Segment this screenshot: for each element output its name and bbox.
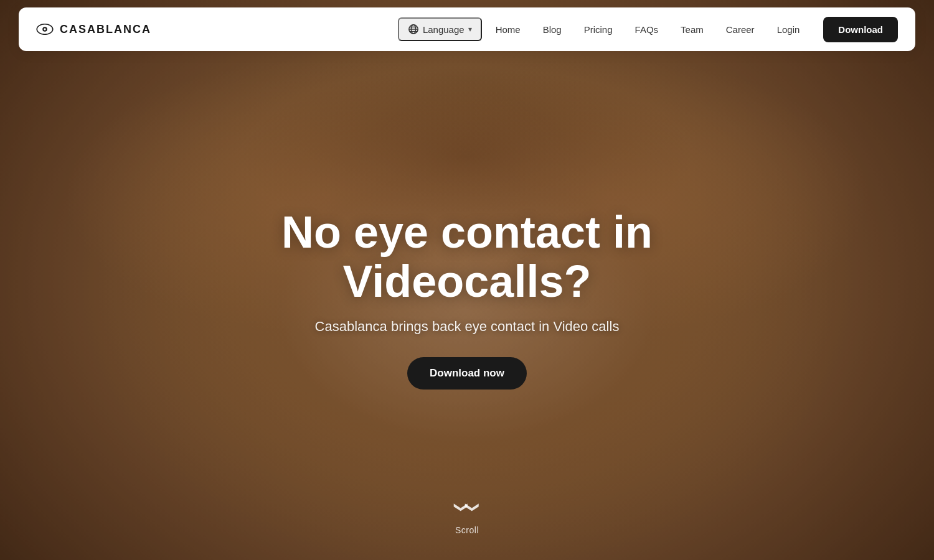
hero-content: No eye contact in Videocalls? Casablanca… xyxy=(0,0,934,560)
scroll-label: Scroll xyxy=(455,525,479,535)
svg-point-2 xyxy=(44,28,45,30)
hero-subtitle: Casablanca brings back eye contact in Vi… xyxy=(315,319,620,335)
nav-item-blog[interactable]: Blog xyxy=(534,19,570,40)
logo-link[interactable]: CASABLANCA xyxy=(36,23,151,36)
language-button[interactable]: Language ▾ xyxy=(398,17,482,41)
nav-download-button[interactable]: Download xyxy=(823,17,898,42)
chevron-down-icon: ▾ xyxy=(468,25,472,34)
nav-item-pricing[interactable]: Pricing xyxy=(575,19,621,40)
scroll-chevrons-icon: ❯ ❯ xyxy=(456,501,478,512)
nav-links: Language ▾ Home Blog Pricing FAQs Team C… xyxy=(398,17,808,41)
brand-name: CASABLANCA xyxy=(60,23,151,36)
navbar: CASABLANCA Language ▾ Home Blog Pricing xyxy=(19,7,915,51)
nav-item-login[interactable]: Login xyxy=(768,19,809,40)
language-label: Language xyxy=(423,24,465,35)
nav-item-home[interactable]: Home xyxy=(487,19,529,40)
nav-item-faqs[interactable]: FAQs xyxy=(626,19,667,40)
scroll-indicator[interactable]: ❯ ❯ Scroll xyxy=(455,496,479,535)
globe-icon xyxy=(408,24,419,35)
hero-cta-button[interactable]: Download now xyxy=(407,357,527,390)
hero-title: No eye contact in Videocalls? xyxy=(187,208,747,306)
nav-item-team[interactable]: Team xyxy=(672,19,712,40)
logo-icon xyxy=(36,24,54,35)
nav-item-career[interactable]: Career xyxy=(717,19,763,40)
